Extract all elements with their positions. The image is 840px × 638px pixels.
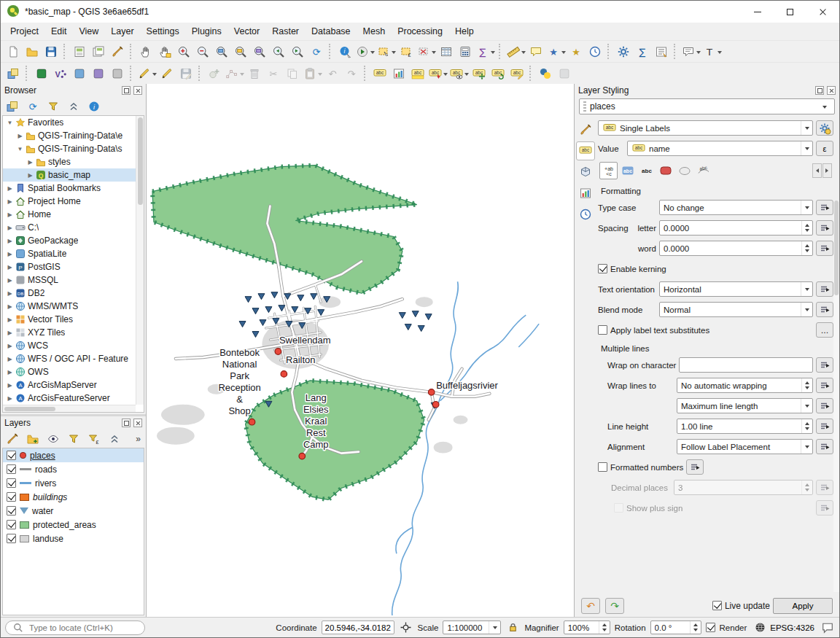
letter-spacing-input[interactable]: 0.0000 [659, 220, 813, 236]
letter-spacing-data-defined-button[interactable] [816, 220, 833, 236]
lock-icon[interactable] [505, 621, 520, 635]
maximize-button[interactable] [774, 1, 806, 23]
field-calculator-button[interactable] [456, 42, 475, 61]
tab-formatting[interactable]: +ab<c [599, 162, 618, 179]
browser-item-qgis-training-data-e[interactable]: ▶QGIS-Training-Data\e [3, 129, 144, 142]
spin-up-icon[interactable] [691, 621, 701, 628]
menu-vector[interactable]: Vector [228, 24, 265, 39]
line-height-input[interactable]: 1.00 line [677, 419, 813, 434]
graphical-modeler-button[interactable] [652, 42, 671, 61]
substitutes-checkbox[interactable] [598, 325, 607, 335]
close-button[interactable] [806, 1, 839, 23]
zoom-next-button[interactable] [288, 42, 307, 61]
menu-raster[interactable]: Raster [266, 24, 305, 39]
change-label-properties-button[interactable]: abc [508, 64, 526, 83]
word-spacing-input[interactable]: 0.0000 [659, 241, 813, 256]
max-line-data-defined-button[interactable] [816, 398, 833, 413]
zoom-last-button[interactable] [269, 42, 288, 61]
layer-labeling-options-button[interactable]: abc [370, 64, 389, 83]
chevron-right-icon[interactable]: ▶ [6, 343, 14, 349]
select-by-expression-button[interactable]: ε [397, 42, 416, 61]
undock-panel-button[interactable] [815, 86, 824, 95]
styling-scrollbar[interactable] [833, 201, 839, 592]
browser-item-home[interactable]: ▶Home [3, 208, 144, 221]
browser-item-wms-wmts[interactable]: ▶WMS/WMTS [3, 300, 144, 313]
layer-visibility-checkbox[interactable] [7, 478, 16, 488]
undock-panel-button[interactable] [122, 419, 131, 427]
new-shapefile-layer-button[interactable]: V [51, 64, 70, 83]
map-canvas[interactable]: SwellendamRailtonBontebokNationalParkRec… [147, 84, 574, 617]
chevron-right-icon[interactable]: ▶ [6, 198, 14, 205]
zoom-full-extent-button[interactable] [212, 42, 231, 61]
undock-panel-button[interactable] [122, 86, 131, 95]
styling-tab-labels[interactable]: abc [576, 141, 595, 160]
locate-input[interactable] [29, 623, 139, 632]
spin-down-icon[interactable] [599, 628, 610, 634]
menu-processing[interactable]: Processing [392, 24, 448, 39]
deselect-all-button[interactable] [416, 42, 437, 61]
browser-item-spatialite[interactable]: ▶SpatiaLite [3, 247, 144, 260]
chevron-right-icon[interactable]: ▶ [6, 251, 14, 257]
layer-visibility-checkbox[interactable] [7, 520, 16, 529]
scale-select[interactable]: 1:100000 [443, 621, 501, 634]
statistics-panel-button[interactable]: ∑ [633, 42, 652, 61]
new-geopackage-layer-button[interactable] [32, 64, 51, 83]
spin-down-icon[interactable] [802, 386, 812, 393]
layer-item-buildings[interactable]: buildings [3, 490, 144, 504]
layer-visibility-checkbox[interactable] [7, 492, 16, 502]
layer-item-roads[interactable]: roads [3, 462, 144, 476]
layer-visibility-checkbox[interactable] [7, 451, 16, 460]
chevron-right-icon[interactable]: ▶ [6, 316, 14, 323]
spin-down-icon[interactable] [691, 628, 701, 634]
chevron-right-icon[interactable]: ▶ [6, 290, 14, 297]
locate-search[interactable] [5, 621, 145, 635]
chevron-right-icon[interactable]: ▶ [26, 159, 34, 166]
toggle-editing-button[interactable] [158, 64, 176, 83]
wrap-lines-input[interactable]: No automatic wrapping [677, 378, 813, 393]
browser-item-wcs[interactable]: ▶WCS [3, 339, 144, 352]
layer-item-protected_areas[interactable]: protected_areas [3, 518, 144, 532]
spin-up-icon[interactable] [802, 378, 812, 386]
close-panel-button[interactable] [133, 419, 142, 427]
browser-item-geopackage[interactable]: ▶GeoPackage [3, 234, 144, 247]
open-attribute-table-button[interactable] [437, 42, 456, 61]
add-group-button[interactable] [23, 429, 42, 448]
move-label-button[interactable]: abc [470, 64, 489, 83]
substitutes-settings-button[interactable]: … [816, 322, 833, 338]
new-temporary-scratch-layer-button[interactable] [108, 64, 127, 83]
chevron-right-icon[interactable]: ▶ [6, 303, 14, 310]
chevron-right-icon[interactable]: ▶ [6, 225, 14, 231]
tab-background[interactable] [656, 162, 674, 179]
python-console-button[interactable] [536, 64, 555, 83]
zoom-to-layer-button[interactable] [250, 42, 269, 61]
chevron-right-icon[interactable]: ▶ [6, 395, 14, 402]
expand-collapse-all-button[interactable] [105, 429, 124, 448]
label-mode-select[interactable]: abc Single Labels [598, 120, 813, 136]
measure-line-button[interactable] [505, 42, 526, 61]
spin-up-icon[interactable] [802, 419, 812, 427]
zoom-out-button[interactable] [193, 42, 212, 61]
browser-item-db2[interactable]: ▶DBDB2 [3, 287, 144, 300]
chevron-right-icon[interactable]: ▶ [6, 356, 14, 362]
browser-item-favorites[interactable]: ▼Favorites [3, 116, 144, 129]
mouse-position-icon[interactable] [399, 621, 413, 635]
coordinate-input[interactable] [322, 621, 394, 634]
browser-item-spatial-bookmarks[interactable]: ▶Spatial Bookmarks [3, 182, 144, 195]
crs-button[interactable]: EPSG:4326 [751, 621, 816, 635]
chevron-right-icon[interactable]: ▶ [6, 382, 14, 389]
browser-item-qgis-training-data-s[interactable]: ▼QGIS-Training-Data\s [3, 142, 144, 155]
manage-map-themes-button[interactable] [44, 429, 63, 448]
apply-button[interactable]: Apply [773, 598, 833, 614]
rotation-input[interactable]: 0.0 ° [650, 621, 701, 634]
styling-tab-history[interactable] [576, 205, 595, 224]
tab-placement[interactable]: abc [694, 162, 712, 179]
line-height-data-defined-button[interactable] [816, 419, 833, 434]
new-spatialite-layer-button[interactable] [70, 64, 89, 83]
filter-legend-button[interactable] [64, 429, 83, 448]
expression-builder-button[interactable]: ε [816, 141, 833, 156]
zoom-in-button[interactable] [174, 42, 193, 61]
styling-tab-3d-view[interactable] [576, 163, 595, 182]
browser-properties-button[interactable]: i [85, 97, 104, 116]
enable-kerning-checkbox[interactable] [598, 264, 607, 273]
formatted-numbers-checkbox[interactable] [598, 462, 607, 472]
